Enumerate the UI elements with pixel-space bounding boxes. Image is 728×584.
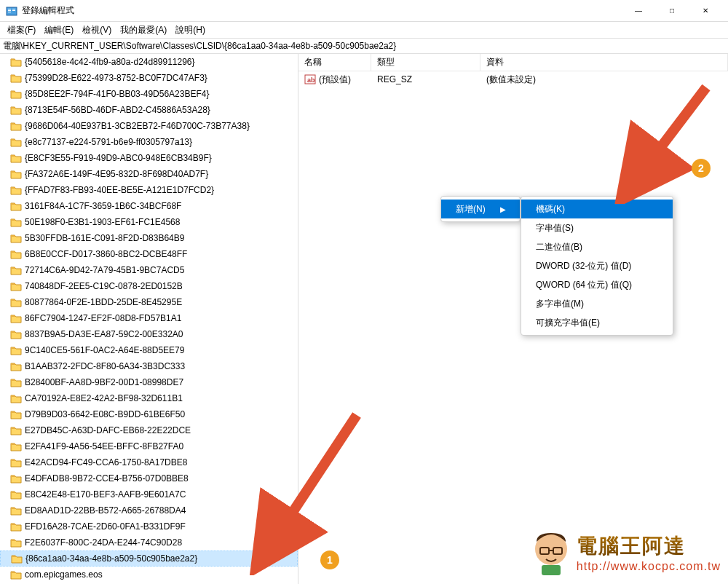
tree-item[interactable]: B1AAB372-2FDC-8F80-6A34-3B3DC333 xyxy=(0,358,298,374)
tree-item[interactable]: ED8AAD1D-22BB-B572-A665-26788DA4 xyxy=(0,502,298,518)
value-data: (數值未設定) xyxy=(480,74,728,86)
annotation-badge-1: 1 xyxy=(320,551,339,569)
tree-item[interactable]: {9686D064-40E937B1-3CB2EB72-F46D700C-73B… xyxy=(0,118,298,134)
tree-item[interactable]: {85D8EE2F-794F-41F0-BB03-49D56A23BEF4} xyxy=(0,86,298,102)
folder-icon xyxy=(10,377,22,387)
tree-item[interactable]: {5405618e-4c42-4fb9-a80a-d24d89911296} xyxy=(0,54,298,70)
tree-item-label: {85D8EE2F-794F-41F0-BB03-49D56A23BEF4} xyxy=(25,89,209,99)
folder-icon xyxy=(10,537,22,548)
tree-item-label: E8C42E48-E170-BEF3-AAFB-9E601A7C xyxy=(25,489,186,500)
svg-rect-4 xyxy=(12,9,15,9)
context-menu-new[interactable]: 新增(N)▶ xyxy=(440,196,521,222)
tree-item[interactable]: 86FC7904-1247-EF2F-08D8-FD57B1A1 xyxy=(0,310,298,326)
tree-item[interactable]: D79B9D03-6642-E08C-B9DD-61BE6F50 xyxy=(0,406,298,422)
folder-icon xyxy=(10,105,22,115)
context-submenu[interactable]: 機碼(K) 字串值(S) 二進位值(B) DWORD (32-位元) 值(D) … xyxy=(521,196,673,336)
menu-edit[interactable]: 編輯(E) xyxy=(40,23,78,38)
menu-help[interactable]: 說明(H) xyxy=(171,23,210,38)
svg-rect-5 xyxy=(12,10,15,11)
tree-item-label: CA70192A-E8E2-42A2-BF98-32D611B1 xyxy=(25,393,183,403)
menu-favorites[interactable]: 我的最愛(A) xyxy=(116,23,171,38)
folder-icon xyxy=(10,441,22,451)
tree-item[interactable]: {FFAD7F83-FB93-40EE-BE5E-A121E1D7FCD2} xyxy=(0,182,298,198)
menu-item-string[interactable]: 字串值(S) xyxy=(521,218,673,237)
tree-item-label: {FFAD7F83-FB93-40EE-BE5E-A121E1D7FCD2} xyxy=(25,185,214,195)
folder-icon xyxy=(10,425,22,435)
tree-item[interactable]: {e8c77137-e224-5791-b6e9-ff0305797a13} xyxy=(0,134,298,150)
tree-item[interactable]: E42ACD94-FC49-CCA6-1750-8A17DBE8 xyxy=(0,454,298,470)
folder-icon xyxy=(10,521,22,532)
main-split: {0E270DAA-1BE6-48F2-AC49-E44FCCCD5314}{1… xyxy=(0,54,728,584)
tree-item-label: B1AAB372-2FDC-8F80-6A34-3B3DC333 xyxy=(25,361,185,371)
tree-item-label: {e8c77137-e224-5791-b6e9-ff0305797a13} xyxy=(25,137,192,147)
menu-view[interactable]: 檢視(V) xyxy=(78,23,116,38)
menu-file[interactable]: 檔案(F) xyxy=(3,23,40,38)
folder-icon xyxy=(10,409,22,419)
tree-item[interactable]: 740848DF-2EE5-C19C-0878-2ED0152B xyxy=(0,278,298,294)
tree-item-label: 50E198F0-E3B1-1903-EF61-FC1E4568 xyxy=(25,217,180,227)
col-data[interactable]: 資料 xyxy=(480,54,728,71)
tree-item[interactable]: E2FA41F9-4A56-54EE-BFFC-8FB27FA0 xyxy=(0,438,298,454)
annotation-badge-2: 2 xyxy=(692,159,711,178)
tree-item[interactable]: 5B30FFDB-161E-C091-8F2D-D83B64B9 xyxy=(0,230,298,246)
tree-item[interactable]: F2E6037F-800C-24DA-E244-74C90D28 xyxy=(0,534,298,551)
menu-item-key[interactable]: 機碼(K) xyxy=(521,200,673,218)
tree-item-label: 3161F84A-1C7F-3659-1B6C-34BCF68F xyxy=(25,201,181,211)
menu-item-new[interactable]: 新增(N)▶ xyxy=(441,200,520,218)
menu-item-binary[interactable]: 二進位值(B) xyxy=(521,237,673,256)
address-bar[interactable]: 電腦\HKEY_CURRENT_USER\Software\Classes\CL… xyxy=(0,38,728,54)
menu-item-multistring[interactable]: 多字串值(M) xyxy=(521,294,673,313)
tree-item[interactable]: E4DFADB8-9B72-CCE4-B756-07D0BBE8 xyxy=(0,470,298,486)
tree-item-label: {75399D28-E622-4973-8752-BC0F7DC47AF3} xyxy=(25,73,207,83)
menu-item-expandstring[interactable]: 可擴充字串值(E) xyxy=(521,313,673,332)
tree-item[interactable]: CA70192A-E8E2-42A2-BF98-32D611B1 xyxy=(0,390,298,406)
folder-icon xyxy=(10,249,22,259)
folder-icon xyxy=(10,201,22,211)
tree-item[interactable]: {8713E54F-56BD-46DF-ABD2-C45886A53A28} xyxy=(0,102,298,118)
folder-icon xyxy=(10,185,22,195)
tree-item[interactable]: com.epicgames.eos xyxy=(0,567,298,583)
minimize-button[interactable]: — xyxy=(622,0,655,22)
tree-item-label: {E8CF3E55-F919-49D9-ABC0-948E6CB34B9F} xyxy=(25,153,212,163)
tree-item[interactable]: {86ca1aa0-34aa-4e8b-a509-50c905bae2a2} xyxy=(0,551,298,567)
tree-item-label: B28400BF-AA8D-9BF2-00D1-08998DE7 xyxy=(25,377,183,387)
folder-icon xyxy=(11,553,23,564)
tree-item-label: 86FC7904-1247-EF2F-08D8-FD57B1A1 xyxy=(25,313,181,323)
tree-item[interactable]: {FA372A6E-149F-4E95-832D-8F698D40AD7F} xyxy=(0,166,298,182)
folder-icon xyxy=(10,89,22,99)
tree-item-label: E27DB45C-A63D-DAFC-EB68-22E22DCE xyxy=(25,425,191,435)
col-type[interactable]: 類型 xyxy=(371,54,480,71)
tree-item[interactable]: {75399D28-E622-4973-8752-BC0F7DC47AF3} xyxy=(0,70,298,86)
value-type: REG_SZ xyxy=(371,74,480,84)
col-name[interactable]: 名稱 xyxy=(298,54,371,71)
tree-item[interactable]: {E8CF3E55-F919-49D9-ABC0-948E6CB34B9F} xyxy=(0,150,298,166)
tree-item-label: ED8AAD1D-22BB-B572-A665-26788DA4 xyxy=(25,505,186,516)
value-row-default[interactable]: ab (預設值) REG_SZ (數值未設定) xyxy=(298,71,728,87)
svg-rect-0 xyxy=(7,7,17,15)
tree-item[interactable]: 6B8E0CCF-D017-3860-8BC2-DCBE48FF xyxy=(0,246,298,262)
string-value-icon: ab xyxy=(304,74,316,85)
svg-text:ab: ab xyxy=(307,76,315,84)
tree-item[interactable]: B28400BF-AA8D-9BF2-00D1-08998DE7 xyxy=(0,374,298,390)
svg-rect-1 xyxy=(8,9,11,9)
tree-item-label: {9686D064-40E937B1-3CB2EB72-F46D700C-73B… xyxy=(25,121,250,131)
tree-item-label: 5B30FFDB-161E-C091-8F2D-D83B64B9 xyxy=(25,233,184,243)
menu-item-qword[interactable]: QWORD (64 位元) 值(Q) xyxy=(521,275,673,294)
tree-item[interactable]: 50E198F0-E3B1-1903-EF61-FC1E4568 xyxy=(0,214,298,230)
tree-item[interactable]: E27DB45C-A63D-DAFC-EB68-22E22DCE xyxy=(0,422,298,438)
maximize-button[interactable]: □ xyxy=(655,0,689,22)
tree-item[interactable]: 80877864-0F2E-1BDD-25DE-8E45295E xyxy=(0,294,298,310)
tree-item[interactable]: 72714C6A-9D42-7A79-45B1-9BC7ACD5 xyxy=(0,262,298,278)
tree-item-label: E4DFADB8-9B72-CCE4-B756-07D0BBE8 xyxy=(25,473,189,484)
tree-item[interactable]: EFD16A28-7CAE-2D60-0FA1-B331DF9F xyxy=(0,518,298,534)
tree-item[interactable]: 9C140CE5-561F-0AC2-A64E-88D5EE79 xyxy=(0,342,298,358)
menu-item-dword[interactable]: DWORD (32-位元) 值(D) xyxy=(521,256,673,275)
registry-tree[interactable]: {0E270DAA-1BE6-48F2-AC49-E44FCCCD5314}{1… xyxy=(0,54,298,584)
tree-item[interactable]: 3161F84A-1C7F-3659-1B6C-34BCF68F xyxy=(0,198,298,214)
tree-item-label: 740848DF-2EE5-C19C-0878-2ED0152B xyxy=(25,281,183,291)
tree-item-label: F2E6037F-800C-24DA-E244-74C90D28 xyxy=(25,537,182,548)
close-button[interactable]: ✕ xyxy=(689,0,722,22)
tree-item[interactable]: 8837B9A5-DA3E-EA87-59C2-00E332A0 xyxy=(0,326,298,342)
tree-item[interactable]: E8C42E48-E170-BEF3-AAFB-9E601A7C xyxy=(0,486,298,502)
folder-icon xyxy=(10,265,22,275)
